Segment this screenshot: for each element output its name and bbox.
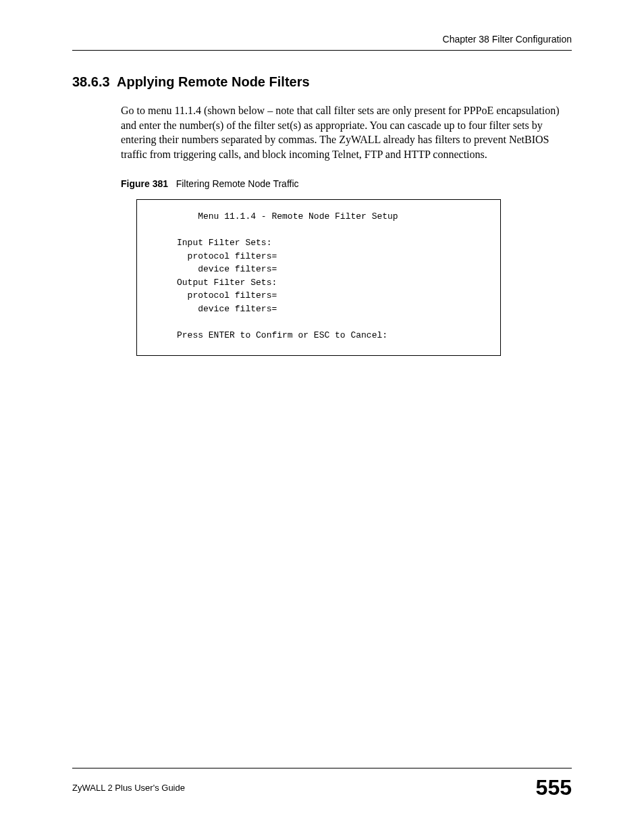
figure-label: Figure 381 bbox=[121, 178, 168, 189]
page-footer: ZyWALL 2 Plus User's Guide 555 bbox=[72, 768, 572, 800]
code-line: Input Filter Sets: bbox=[151, 238, 271, 248]
code-line: protocol filters= bbox=[151, 251, 277, 261]
code-line: device filters= bbox=[151, 264, 277, 274]
figure-caption-text: Filtering Remote Node Traffic bbox=[176, 178, 299, 189]
section-heading: 38.6.3 Applying Remote Node Filters bbox=[72, 74, 572, 90]
code-line: Menu 11.1.4 - Remote Node Filter Setup bbox=[151, 211, 398, 221]
code-line: Press ENTER to Confirm or ESC to Cancel: bbox=[151, 330, 387, 340]
code-line: Output Filter Sets: bbox=[151, 278, 277, 288]
figure-caption: Figure 381 Filtering Remote Node Traffic bbox=[121, 178, 572, 189]
code-line: device filters= bbox=[151, 304, 277, 314]
footer-guide-name: ZyWALL 2 Plus User's Guide bbox=[72, 783, 185, 793]
body-paragraph: Go to menu 11.1.4 (shown below – note th… bbox=[121, 103, 572, 161]
section-number: 38.6.3 bbox=[72, 74, 110, 89]
code-box: Menu 11.1.4 - Remote Node Filter Setup I… bbox=[136, 199, 501, 356]
page-number: 555 bbox=[536, 775, 572, 800]
code-line: protocol filters= bbox=[151, 290, 277, 301]
page-header: Chapter 38 Filter Configuration bbox=[72, 34, 572, 51]
chapter-label: Chapter 38 Filter Configuration bbox=[443, 34, 572, 45]
section-title: Applying Remote Node Filters bbox=[117, 74, 310, 89]
